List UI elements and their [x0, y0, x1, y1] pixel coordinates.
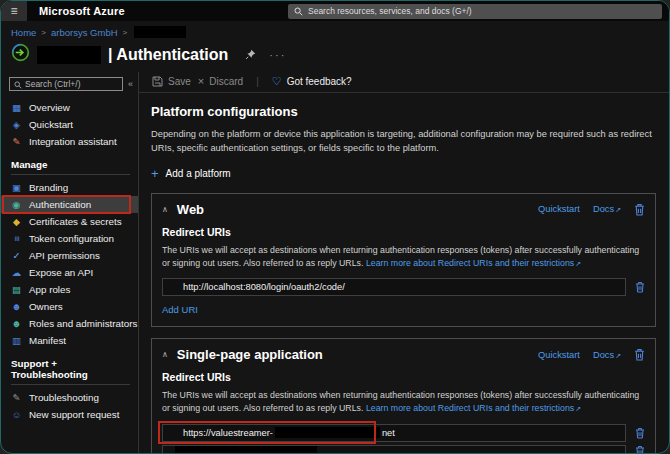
sidebar-section-support: Support + Troubleshooting — [1, 349, 138, 383]
global-search-input[interactable] — [308, 6, 656, 16]
platform-configurations-description: Depending on the platform or device this… — [151, 128, 656, 156]
integration-assistant-icon: ✎ — [11, 137, 22, 147]
search-icon — [14, 75, 22, 93]
web-add-uri-link[interactable]: Add URI — [162, 304, 198, 315]
hamburger-menu-icon[interactable]: ≡ — [1, 1, 27, 21]
web-uri-field[interactable]: http://localhost:8080/login/oauth2/code/ — [162, 278, 626, 296]
sidebar-item-api-permissions[interactable]: ✓ API permissions — [1, 247, 138, 264]
sidebar-item-manifest[interactable]: ▥ Manifest — [1, 332, 138, 349]
sidebar-item-branding[interactable]: ▣ Branding — [1, 179, 138, 196]
close-icon: × — [198, 76, 204, 87]
spa-redirect-uris-description: The URIs we will accept as destinations … — [162, 389, 645, 415]
web-quickstart-link[interactable]: Quickstart — [538, 204, 580, 214]
sidebar-item-roles-administrators[interactable]: ☻ Roles and administrators | Preview — [1, 315, 138, 332]
sidebar-item-new-support-request[interactable]: ☺ New support request — [1, 406, 138, 423]
sidebar-item-authentication[interactable]: ◉ Authentication — [1, 196, 138, 213]
web-card-title: Web — [177, 202, 204, 217]
external-link-icon: ↗ — [615, 206, 621, 213]
spa-platform-card: ∧ Single-page application Quickstart Doc… — [151, 338, 656, 454]
sidebar-section-manage: Manage — [1, 150, 138, 173]
web-platform-card: ∧ Web Quickstart Docs↗ Redirect URIs The… — [151, 193, 656, 328]
overview-icon: ▦ — [11, 103, 22, 113]
person-key-icon: ☻ — [11, 319, 22, 329]
sidebar-search-input[interactable] — [25, 79, 118, 89]
external-link-icon: ↗ — [575, 405, 581, 412]
spa-uri-field[interactable]: https://valuestreamer-net — [162, 424, 626, 442]
delete-uri-icon[interactable] — [635, 427, 645, 439]
api-permissions-icon: ✓ — [11, 251, 22, 261]
breadcrumb-separator: > — [41, 28, 46, 37]
chevron-up-icon[interactable]: ∧ — [162, 205, 168, 214]
branding-icon: ▣ — [11, 183, 22, 193]
spa-redirect-uri-row: https://valuestreamer-net — [162, 424, 645, 442]
global-search[interactable] — [288, 4, 662, 19]
brand-title: Microsoft Azure — [39, 5, 125, 17]
app-registration-icon — [11, 43, 30, 66]
manifest-icon: ▥ — [11, 336, 22, 346]
breadcrumb-home[interactable]: Home — [11, 27, 36, 38]
delete-uri-icon[interactable] — [635, 445, 645, 454]
wrench-icon: ✎ — [11, 393, 22, 403]
divider: | — [256, 76, 259, 87]
save-button[interactable]: Save — [152, 76, 191, 87]
sidebar-item-quickstart[interactable]: ◈ Quickstart — [1, 116, 138, 133]
sidebar-item-token-configuration[interactable]: ≡ Token configuration — [1, 230, 138, 247]
breadcrumb-separator: > — [123, 28, 128, 37]
delete-uri-icon[interactable] — [635, 281, 645, 293]
page-title: | Authentication — [108, 46, 228, 64]
divider — [11, 174, 130, 175]
sidebar-item-certificates-secrets[interactable]: ◆ Certificates & secrets — [1, 213, 138, 230]
learn-more-link[interactable]: Learn more about Redirect URIs and their… — [366, 403, 574, 413]
cloud-icon: ☁ — [11, 268, 22, 278]
sidebar-item-overview[interactable]: ▦ Overview — [1, 99, 138, 116]
platform-configurations-heading: Platform configurations — [151, 104, 656, 119]
more-options-icon[interactable]: ··· — [269, 49, 286, 61]
sidebar: « ▦ Overview ◈ Quickstart ✎ Integration … — [1, 72, 139, 454]
sidebar-item-app-roles[interactable]: ▤ App roles — [1, 281, 138, 298]
spa-card-title: Single-page application — [177, 347, 323, 362]
add-platform-button[interactable]: + Add a platform — [151, 167, 231, 180]
discard-button[interactable]: × Discard — [198, 76, 243, 87]
breadcrumb-org[interactable]: arborsys GmbH — [51, 27, 118, 38]
support-person-icon: ☺ — [11, 410, 22, 420]
quickstart-icon: ◈ — [11, 120, 22, 130]
people-icon: ☻ — [11, 302, 22, 312]
sidebar-search[interactable] — [9, 77, 123, 91]
key-icon: ◆ — [11, 217, 22, 227]
redaction-box-breadcrumb — [134, 26, 186, 38]
web-docs-link[interactable]: Docs — [593, 204, 614, 214]
redaction-box-uri — [275, 427, 380, 438]
chevron-up-icon[interactable]: ∧ — [162, 350, 168, 359]
web-redirect-uris-description: The URIs we will accept as destinations … — [162, 244, 645, 270]
spa-quickstart-link[interactable]: Quickstart — [538, 350, 580, 360]
azure-portal-window: ≡ Microsoft Azure Home > arborsys GmbH >… — [0, 0, 670, 454]
topbar: ≡ Microsoft Azure — [1, 1, 669, 21]
sidebar-item-troubleshooting[interactable]: ✎ Troubleshooting — [1, 389, 138, 406]
spa-docs-link[interactable]: Docs — [593, 350, 614, 360]
authentication-icon: ◉ — [11, 200, 22, 210]
sidebar-item-owners[interactable]: ☻ Owners — [1, 298, 138, 315]
token-configuration-icon: ≡ — [11, 234, 22, 244]
delete-web-platform-icon[interactable] — [634, 203, 645, 216]
search-icon — [294, 2, 303, 20]
title-bar: | Authentication ··· — [1, 40, 669, 72]
learn-more-link[interactable]: Learn more about Redirect URIs and their… — [366, 258, 574, 268]
sidebar-item-expose-an-api[interactable]: ☁ Expose an API — [1, 264, 138, 281]
breadcrumb: Home > arborsys GmbH > — [1, 21, 669, 40]
plus-icon: + — [151, 167, 159, 180]
heart-icon: ♡ — [272, 76, 282, 87]
app-roles-icon: ▤ — [11, 285, 22, 295]
pin-icon[interactable] — [245, 49, 256, 60]
web-redirect-uri-row: http://localhost:8080/login/oauth2/code/ — [162, 278, 645, 296]
collapse-sidebar-icon[interactable]: « — [128, 79, 133, 89]
save-icon — [152, 76, 163, 87]
divider — [11, 384, 130, 385]
external-link-icon: ↗ — [575, 260, 581, 267]
external-link-icon: ↗ — [615, 352, 621, 359]
redaction-box-app-name — [37, 46, 101, 64]
got-feedback-button[interactable]: ♡ Got feedback? — [272, 76, 352, 87]
redaction-box-uris — [175, 446, 317, 454]
delete-spa-platform-icon[interactable] — [634, 348, 645, 361]
main-content: Save × Discard | ♡ Got feedback? Platfor… — [139, 72, 669, 454]
sidebar-item-integration-assistant[interactable]: ✎ Integration assistant — [1, 133, 138, 150]
